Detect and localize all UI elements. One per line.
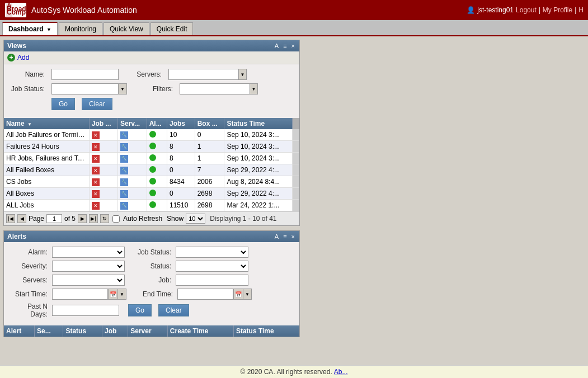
job-status-icon[interactable]: ✕ bbox=[92, 167, 100, 174]
table-row[interactable]: All Job Failures or Terminatio✕🔧100Sep 1… bbox=[4, 129, 299, 141]
views-add-icon[interactable]: + bbox=[7, 54, 15, 62]
alerts-col-job[interactable]: Job bbox=[102, 325, 128, 337]
table-row[interactable]: All Failed Boxes✕🔧07Sep 29, 2022 4:... bbox=[4, 164, 299, 176]
alerts-panel-btn-a[interactable]: A bbox=[274, 233, 280, 240]
alerts-col-status[interactable]: Status bbox=[63, 325, 102, 337]
views-page-first[interactable]: |◀ bbox=[6, 214, 15, 223]
job-status-icon[interactable]: ✕ bbox=[92, 155, 100, 163]
views-col-al[interactable]: Al... bbox=[147, 118, 167, 129]
server-icon[interactable]: 🔧 bbox=[120, 131, 128, 139]
alerts-col-server[interactable]: Server bbox=[128, 325, 168, 337]
alerts-go-button[interactable]: Go bbox=[128, 304, 152, 316]
tab-quick-edit[interactable]: Quick Edit bbox=[150, 22, 194, 35]
views-row-job-status[interactable]: ✕ bbox=[89, 164, 117, 176]
alerts-status-select[interactable] bbox=[176, 261, 248, 272]
job-status-icon[interactable]: ✕ bbox=[92, 143, 100, 151]
views-go-button[interactable]: Go bbox=[51, 98, 75, 110]
alerts-col-status-time[interactable]: Status Time bbox=[233, 325, 299, 337]
job-status-icon[interactable]: ✕ bbox=[92, 190, 100, 198]
views-row-server[interactable]: 🔧 bbox=[117, 200, 147, 211]
views-panel-btn-close[interactable]: × bbox=[290, 42, 296, 49]
help-link[interactable]: H bbox=[578, 6, 584, 14]
views-page-input[interactable] bbox=[46, 214, 62, 223]
table-row[interactable]: All Boxes✕🔧02698Sep 29, 2022 4:... bbox=[4, 188, 299, 200]
alerts-pastn-input[interactable] bbox=[52, 305, 119, 316]
alerts-severity-select[interactable] bbox=[52, 261, 125, 272]
views-add-label[interactable]: Add bbox=[17, 54, 29, 62]
server-icon[interactable]: 🔧 bbox=[120, 190, 128, 198]
job-status-icon[interactable]: ✕ bbox=[92, 178, 100, 186]
table-row[interactable]: CS Jobs✕🔧84342006Aug 8, 2024 8:4... bbox=[4, 176, 299, 188]
table-row[interactable]: ALL Jobs✕🔧115102698Mar 24, 2022 1:... bbox=[4, 200, 299, 211]
alerts-servers-select[interactable] bbox=[52, 275, 125, 286]
footer-about-link[interactable]: Ab... bbox=[334, 368, 348, 372]
views-col-box[interactable]: Box ... bbox=[195, 118, 224, 129]
alerts-endtime-arrow[interactable]: ▼ bbox=[243, 289, 252, 300]
views-filters-select[interactable] bbox=[180, 83, 250, 94]
alerts-starttime-cal[interactable]: 📅 bbox=[108, 289, 118, 300]
my-profile-link[interactable]: My Profile bbox=[543, 6, 572, 14]
alerts-endtime-cal[interactable]: 📅 bbox=[233, 289, 243, 300]
views-page-next[interactable]: ▶ bbox=[78, 214, 87, 223]
views-row-job-status[interactable]: ✕ bbox=[89, 153, 117, 164]
tab-monitoring[interactable]: Monitoring bbox=[59, 22, 102, 35]
alerts-alarm-select[interactable] bbox=[52, 247, 125, 258]
job-status-icon[interactable]: ✕ bbox=[92, 202, 100, 210]
alerts-col-se[interactable]: Se... bbox=[35, 325, 63, 337]
alert-status-icon bbox=[149, 143, 156, 149]
views-row-alerts bbox=[147, 153, 167, 164]
job-status-icon[interactable]: ✕ bbox=[92, 131, 100, 139]
server-icon[interactable]: 🔧 bbox=[120, 178, 128, 186]
alerts-jobstatus-select[interactable] bbox=[176, 247, 248, 258]
views-row-server[interactable]: 🔧 bbox=[117, 141, 147, 153]
views-panel-btn-a[interactable]: A bbox=[274, 42, 280, 49]
tab-quick-view[interactable]: Quick View bbox=[104, 22, 149, 35]
alerts-starttime-arrow[interactable]: ▼ bbox=[117, 289, 126, 300]
views-page-refresh[interactable]: ↻ bbox=[100, 214, 109, 223]
alerts-col-create-time[interactable]: Create Time bbox=[167, 325, 233, 337]
alerts-job-input[interactable] bbox=[176, 275, 248, 286]
alerts-panel-btn-close[interactable]: × bbox=[290, 233, 296, 240]
server-icon[interactable]: 🔧 bbox=[120, 167, 128, 174]
views-panel-btn-list[interactable]: ≡ bbox=[282, 42, 288, 49]
views-row-job-status[interactable]: ✕ bbox=[89, 129, 117, 141]
views-row-server[interactable]: 🔧 bbox=[117, 153, 147, 164]
views-row-job-status[interactable]: ✕ bbox=[89, 200, 117, 211]
views-row-job-status[interactable]: ✕ bbox=[89, 176, 117, 188]
views-jobstatus-select[interactable] bbox=[51, 83, 119, 94]
alerts-clear-button[interactable]: Clear bbox=[158, 304, 189, 316]
views-col-name[interactable]: Name ▼ bbox=[4, 118, 89, 129]
server-icon[interactable]: 🔧 bbox=[120, 155, 128, 163]
views-row-server[interactable]: 🔧 bbox=[117, 188, 147, 200]
views-clear-button[interactable]: Clear bbox=[82, 98, 112, 110]
server-icon[interactable]: 🔧 bbox=[120, 202, 128, 210]
views-name-input[interactable] bbox=[51, 69, 119, 80]
views-servers-arrow[interactable]: ▼ bbox=[238, 69, 247, 80]
views-page-last[interactable]: ▶| bbox=[89, 214, 98, 223]
table-row[interactable]: Failures 24 Hours✕🔧81Sep 10, 2024 3:... bbox=[4, 141, 299, 153]
views-show-select[interactable]: 10 25 50 bbox=[186, 214, 205, 224]
views-row-server[interactable]: 🔧 bbox=[117, 129, 147, 141]
logout-link[interactable]: Logout bbox=[516, 6, 537, 14]
server-icon[interactable]: 🔧 bbox=[120, 143, 128, 151]
views-col-serv[interactable]: Serv... bbox=[117, 118, 147, 129]
alerts-starttime-input[interactable] bbox=[52, 289, 108, 300]
tab-dashboard[interactable]: Dashboard ▼ bbox=[2, 22, 58, 35]
views-row-job-status[interactable]: ✕ bbox=[89, 141, 117, 153]
table-row[interactable]: HR Jobs, Failures and Termin✕🔧81Sep 10, … bbox=[4, 153, 299, 164]
alerts-endtime-input[interactable] bbox=[177, 289, 233, 300]
views-col-job[interactable]: Job ... bbox=[89, 118, 117, 129]
views-col-status-time[interactable]: Status Time bbox=[224, 118, 293, 129]
views-row-server[interactable]: 🔧 bbox=[117, 164, 147, 176]
views-servers-select[interactable] bbox=[168, 69, 239, 80]
alerts-col-alert[interactable]: Alert bbox=[4, 325, 35, 337]
views-filters-arrow[interactable]: ▼ bbox=[250, 83, 258, 94]
views-row-job-status[interactable]: ✕ bbox=[89, 188, 117, 200]
views-page-prev[interactable]: ◀ bbox=[17, 214, 26, 223]
alerts-panel-header: Alerts A ≡ × bbox=[4, 231, 299, 242]
views-jobstatus-arrow[interactable]: ▼ bbox=[118, 83, 127, 94]
views-auto-refresh-checkbox[interactable] bbox=[112, 215, 120, 223]
views-row-server[interactable]: 🔧 bbox=[117, 176, 147, 188]
alerts-panel-btn-list[interactable]: ≡ bbox=[282, 233, 288, 240]
views-col-jobs[interactable]: Jobs bbox=[167, 118, 195, 129]
